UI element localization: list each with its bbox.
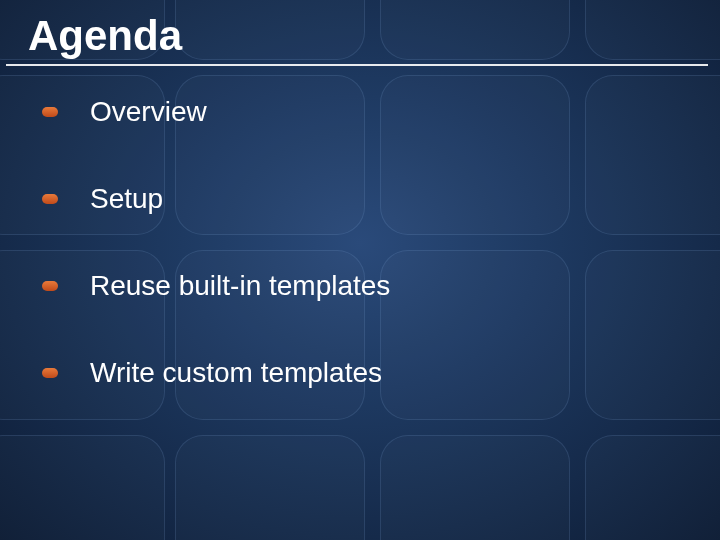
bullet-icon (42, 281, 58, 291)
slide-content: Agenda Overview Setup Reuse built-in tem… (0, 0, 720, 389)
list-item-label: Write custom templates (90, 357, 382, 389)
bullet-icon (42, 107, 58, 117)
list-item-label: Setup (90, 183, 163, 215)
list-item: Write custom templates (42, 357, 720, 389)
bullet-icon (42, 368, 58, 378)
bullet-icon (42, 194, 58, 204)
list-item-label: Reuse built-in templates (90, 270, 390, 302)
slide-title: Agenda (6, 12, 708, 66)
agenda-list: Overview Setup Reuse built-in templates … (0, 96, 720, 389)
list-item: Reuse built-in templates (42, 270, 720, 302)
list-item-label: Overview (90, 96, 207, 128)
list-item: Setup (42, 183, 720, 215)
list-item: Overview (42, 96, 720, 128)
